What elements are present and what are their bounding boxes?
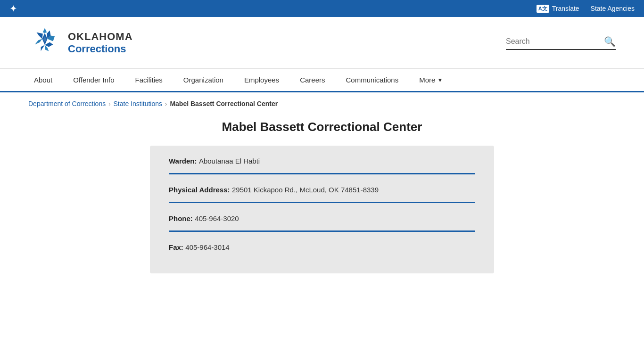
- state-agencies-link[interactable]: State Agencies: [591, 5, 635, 12]
- translate-button[interactable]: A文 Translate: [537, 5, 579, 13]
- nav-item-facilities[interactable]: Facilities: [125, 68, 173, 92]
- header: OKLAHOMA Corrections 🔍: [0, 17, 644, 69]
- fax-label: Fax:: [169, 243, 183, 251]
- fax-row: Fax: 405-964-3014: [169, 232, 475, 259]
- top-bar-left: ✦: [9, 3, 17, 14]
- address-label: Physical Address:: [169, 186, 230, 194]
- chevron-down-icon: ▼: [437, 77, 443, 83]
- logo-corrections: Corrections: [68, 43, 133, 55]
- breadcrumb: Department of Corrections › State Instit…: [0, 92, 644, 115]
- logo-oklahoma: OKLAHOMA: [68, 31, 133, 43]
- nav-item-careers[interactable]: Careers: [289, 68, 335, 92]
- logo-area[interactable]: OKLAHOMA Corrections: [28, 26, 133, 59]
- svg-marker-8: [37, 32, 43, 39]
- warden-row: Warden: Aboutanaa El Habti: [169, 146, 475, 173]
- nav-item-organization[interactable]: Organization: [173, 68, 234, 92]
- address-value-text: 29501 Kickapoo Rd., McLoud, OK 74851-833…: [232, 186, 379, 194]
- phone-label: Phone:: [169, 214, 193, 222]
- breadcrumb-current: Mabel Bassett Correctional Center: [170, 100, 278, 107]
- breadcrumb-dept[interactable]: Department of Corrections: [28, 100, 106, 107]
- svg-marker-6: [41, 45, 45, 51]
- main-nav: About Offender Info Facilities Organizat…: [0, 69, 644, 92]
- breadcrumb-sep-1: ›: [108, 100, 110, 107]
- nav-item-about[interactable]: About: [24, 68, 63, 92]
- top-bar: ✦ A文 Translate State Agencies: [0, 0, 644, 17]
- address-row: Physical Address: 29501 Kickapoo Rd., Mc…: [169, 174, 475, 202]
- info-card: Warden: Aboutanaa El Habti Physical Addr…: [150, 146, 494, 273]
- nav-item-offender-info[interactable]: Offender Info: [63, 68, 124, 92]
- nav-item-more[interactable]: More ▼: [409, 68, 453, 92]
- oklahoma-star-top-icon: ✦: [9, 3, 17, 14]
- page-title: Mabel Bassett Correctional Center: [28, 120, 616, 134]
- top-bar-right: A文 Translate State Agencies: [537, 5, 635, 13]
- translate-label: Translate: [552, 5, 579, 12]
- nav-item-communications[interactable]: Communications: [335, 68, 409, 92]
- oklahoma-star-logo: [28, 26, 61, 59]
- search-icon[interactable]: 🔍: [604, 36, 616, 47]
- warden-value-text: Aboutanaa El Habti: [199, 157, 260, 165]
- breadcrumb-sep-2: ›: [165, 100, 167, 107]
- phone-value-text: 405-964-3020: [195, 214, 239, 222]
- search-input[interactable]: [506, 37, 600, 46]
- logo-text: OKLAHOMA Corrections: [68, 31, 133, 55]
- page-content: Mabel Bassett Correctional Center Warden…: [0, 115, 644, 292]
- fax-value-text: 405-964-3014: [185, 243, 229, 251]
- translate-icon: A文: [537, 5, 549, 13]
- search-area[interactable]: 🔍: [506, 36, 616, 50]
- svg-marker-4: [45, 42, 53, 47]
- breadcrumb-institutions[interactable]: State Institutions: [114, 100, 163, 107]
- phone-row: Phone: 405-964-3020: [169, 203, 475, 230]
- svg-marker-7: [35, 39, 42, 44]
- nav-item-employees[interactable]: Employees: [234, 68, 289, 92]
- svg-marker-1: [43, 28, 47, 33]
- warden-label: Warden:: [169, 157, 197, 165]
